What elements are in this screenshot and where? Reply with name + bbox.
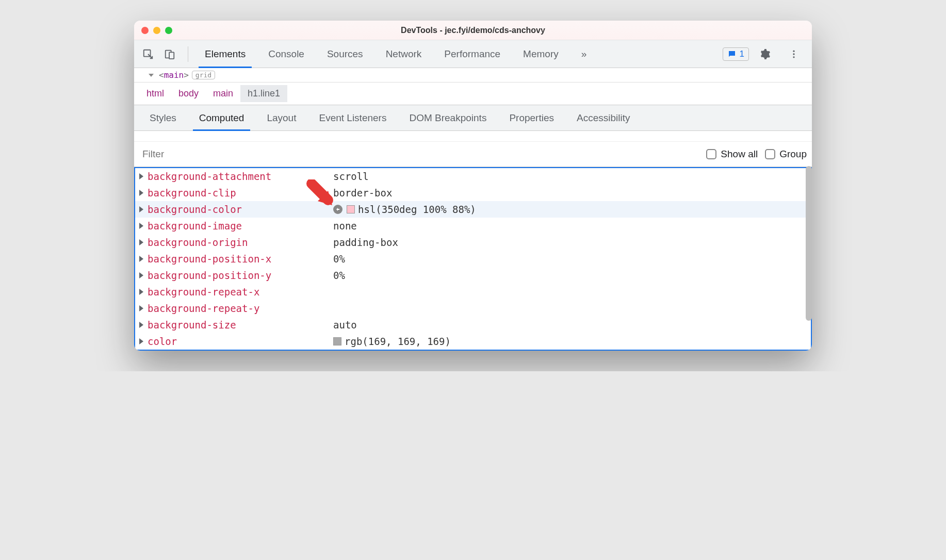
property-row[interactable]: background-clipborder-box [135,185,811,201]
grid-badge[interactable]: grid [192,71,215,79]
crumb-h1-line1[interactable]: h1.line1 [240,85,287,102]
tab-sources[interactable]: Sources [316,40,374,68]
main-tabs: ElementsConsoleSourcesNetworkPerformance… [193,40,570,68]
property-name: background-size [148,317,333,333]
property-value: none [333,218,357,234]
expand-triangle-icon [139,305,143,311]
close-window-button[interactable] [141,27,149,34]
svg-point-4 [793,53,794,55]
property-value-text: none [333,218,357,234]
property-value-text: scroll [333,168,369,185]
property-value: hsl(350deg 100% 88%) [333,201,476,218]
property-row[interactable]: background-attachmentscroll [135,168,811,185]
subtab-styles[interactable]: Styles [138,105,188,131]
property-name: color [148,333,333,350]
group-label: Group [779,149,807,160]
svg-rect-2 [169,52,174,59]
show-all-toggle[interactable]: Show all [706,149,758,160]
subtab-dom-breakpoints[interactable]: DOM Breakpoints [398,105,498,131]
tab-network[interactable]: Network [374,40,433,68]
zoom-window-button[interactable] [165,27,172,34]
computed-filter-bar: Show all Group [134,141,812,167]
breadcrumb: htmlbodymainh1.line1 [134,83,812,105]
issues-count: 1 [740,49,744,59]
issues-badge[interactable]: 1 [723,47,749,61]
expand-triangle-icon [139,289,143,295]
styles-sidebar-tabs: StylesComputedLayoutEvent ListenersDOM B… [134,105,812,131]
expand-triangle-icon [139,256,143,262]
property-name: background-color [148,201,333,218]
titlebar: DevTools - jec.fyi/demo/cds-anchovy [134,21,812,40]
main-toolbar: ElementsConsoleSourcesNetworkPerformance… [134,40,812,68]
computed-properties-list: background-attachmentscrollbackground-cl… [134,167,812,351]
color-swatch[interactable] [347,205,355,213]
tab-console[interactable]: Console [257,40,316,68]
property-row[interactable]: background-sizeauto [135,317,811,333]
chat-icon [727,50,737,59]
checkbox-icon [765,149,775,159]
property-name: background-position-y [148,267,333,284]
traffic-lights [141,27,172,34]
window-title: DevTools - jec.fyi/demo/cds-anchovy [134,26,812,35]
property-value: scroll [333,168,369,185]
subtab-event-listeners[interactable]: Event Listeners [307,105,398,131]
kebab-menu-icon[interactable] [785,45,803,63]
property-row[interactable]: background-position-x0% [135,251,811,267]
expand-triangle-icon [149,74,154,77]
checkbox-icon [706,149,716,159]
property-value: 0% [333,267,345,284]
property-name: background-repeat-y [148,300,333,317]
property-name: background-origin [148,234,333,251]
property-value-text: hsl(350deg 100% 88%) [358,201,476,218]
property-value-text: 0% [333,267,345,284]
filter-input[interactable] [139,145,699,163]
expand-triangle-icon [139,239,143,245]
property-value-text: auto [333,317,357,333]
subtab-computed[interactable]: Computed [188,105,256,131]
more-tabs-button[interactable]: » [570,40,598,68]
expand-triangle-icon [139,272,143,278]
svg-point-5 [793,56,794,58]
tab-memory[interactable]: Memory [512,40,570,68]
expand-triangle-icon [139,190,143,196]
expand-triangle-icon [139,223,143,229]
device-toggle-icon[interactable] [161,45,178,63]
crumb-body[interactable]: body [171,85,206,102]
property-name: background-repeat-x [148,284,333,300]
subtab-layout[interactable]: Layout [255,105,307,131]
crumb-html[interactable]: html [139,85,171,102]
group-toggle[interactable]: Group [765,149,807,160]
gear-icon[interactable] [756,45,774,63]
color-swatch[interactable] [333,337,341,345]
property-value-text: border-box [333,185,392,201]
show-all-label: Show all [721,149,758,160]
property-row[interactable]: background-repeat-y [135,300,811,317]
property-row[interactable]: background-originpadding-box [135,234,811,251]
inspect-element-icon[interactable] [139,45,157,63]
property-row[interactable]: background-position-y0% [135,267,811,284]
scrollbar[interactable] [806,166,812,321]
expand-triangle-icon [139,206,143,212]
property-name: background-clip [148,185,333,201]
property-row[interactable]: background-repeat-x [135,284,811,300]
toolbar-separator [188,46,188,62]
property-value: border-box [333,185,392,201]
subtab-properties[interactable]: Properties [498,105,565,131]
expand-triangle-icon [139,173,143,179]
property-value: auto [333,317,357,333]
property-value: rgb(169, 169, 169) [333,333,451,350]
dom-tag-name: main [164,70,184,80]
cycle-color-format-icon[interactable] [333,205,342,214]
property-row[interactable]: background-colorhsl(350deg 100% 88%) [135,201,811,218]
property-value: 0% [333,251,345,267]
property-name: background-position-x [148,251,333,267]
tab-performance[interactable]: Performance [433,40,512,68]
property-name: background-attachment [148,168,333,185]
tab-elements[interactable]: Elements [193,40,257,68]
property-row[interactable]: background-imagenone [135,218,811,234]
crumb-main[interactable]: main [206,85,240,102]
dom-tree-line[interactable]: <main> grid [134,68,812,83]
property-row[interactable]: colorrgb(169, 169, 169) [135,333,811,350]
minimize-window-button[interactable] [153,27,160,34]
subtab-accessibility[interactable]: Accessibility [565,105,641,131]
